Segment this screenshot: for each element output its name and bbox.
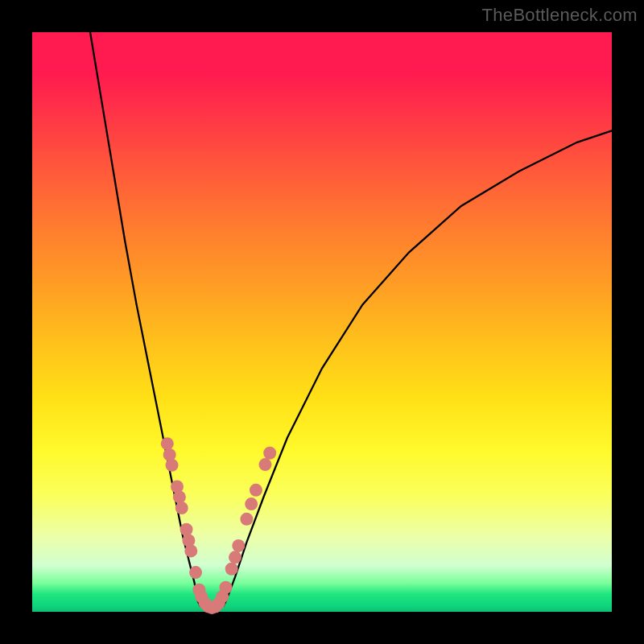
data-marker	[229, 551, 242, 564]
data-marker	[232, 539, 245, 552]
data-marker	[250, 484, 262, 497]
curve-svg	[32, 32, 612, 612]
plot-area	[32, 32, 612, 612]
data-marker	[173, 490, 186, 503]
chart-frame: TheBottleneck.com	[0, 0, 644, 644]
bottleneck-curve	[90, 32, 612, 609]
data-marker	[245, 497, 258, 510]
data-marker	[258, 458, 271, 471]
curve-markers	[161, 437, 276, 614]
data-marker	[180, 523, 193, 536]
watermark-text: TheBottleneck.com	[482, 5, 638, 26]
data-marker	[175, 502, 188, 514]
data-marker	[161, 437, 174, 450]
data-marker	[225, 563, 238, 576]
data-marker	[219, 581, 232, 594]
data-marker	[240, 513, 253, 526]
data-marker	[263, 447, 276, 460]
data-marker	[184, 544, 197, 557]
data-marker	[189, 566, 202, 579]
data-marker	[166, 459, 179, 472]
